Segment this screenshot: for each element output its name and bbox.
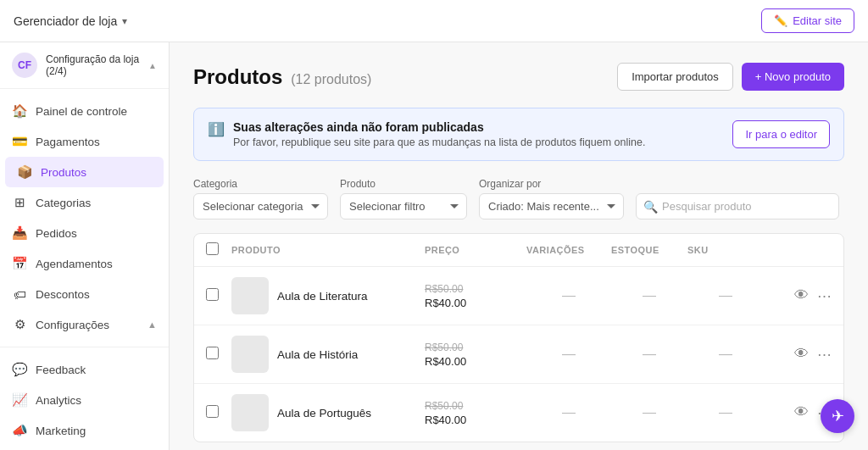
sidebar-item-agendamentos[interactable]: 📅 Agendamentos [0, 248, 169, 279]
import-products-button[interactable]: Importar produtos [617, 63, 733, 91]
col-variacoes: VARIAÇÕES [526, 245, 611, 255]
topbar: Gerenciador de loja ▾ ✏️ Editar site [0, 0, 868, 42]
card-icon: 💳 [12, 134, 27, 149]
col-sku: SKU [687, 245, 764, 255]
product-filter-label: Produto [340, 178, 467, 190]
products-icon: 📦 [17, 164, 32, 180]
table-row: Aula de Literatura R$50.00 R$40.00 — — —… [194, 267, 843, 325]
info-icon: ℹ️ [208, 121, 225, 137]
view-icon-2[interactable]: 👁 [794, 404, 809, 421]
estoque-2: — [611, 405, 687, 420]
table-row: Aula de Português R$50.00 R$40.00 — — — … [194, 384, 843, 442]
product-name-2: Aula de Português [277, 407, 371, 419]
sidebar-bottom: 💬 Feedback 📈 Analytics 📣 Marketing ❓ Aju… [0, 347, 169, 450]
app-layout: CF Configuração da loja (2/4) ▲ 🏠 Painel… [0, 42, 868, 450]
category-filter-label: Categoria [193, 178, 328, 190]
view-icon-1[interactable]: 👁 [794, 346, 809, 363]
main-header: Produtos (12 produtos) Importar produtos… [193, 63, 844, 91]
price-current-0: R$40.00 [425, 297, 526, 309]
row-actions-1: 👁 ⋯ [764, 346, 832, 364]
sidebar-account-label: Configuração da loja (2/4) [46, 53, 140, 77]
products-table: PRODUTO PREÇO VARIAÇÕES ESTOQUE SKU Aula… [193, 233, 844, 442]
sidebar-header[interactable]: CF Configuração da loja (2/4) ▲ [0, 42, 169, 89]
store-chevron-icon: ▾ [122, 15, 127, 27]
price-original-0: R$50.00 [425, 283, 526, 295]
view-icon-0[interactable]: 👁 [794, 287, 809, 304]
product-filter: Produto Selecionar filtro [340, 178, 467, 219]
sidebar-item-produtos[interactable]: 📦 Produtos [5, 157, 164, 187]
product-thumbnail-1 [231, 336, 269, 373]
product-name-1: Aula de História [277, 348, 358, 361]
estoque-1: — [611, 347, 687, 362]
filters-bar: Categoria Selecionar categoria Produto S… [193, 178, 844, 219]
alert-title: Suas alterações ainda não foram publicad… [233, 120, 645, 134]
support-fab[interactable]: ✈ [821, 399, 854, 433]
sidebar: CF Configuração da loja (2/4) ▲ 🏠 Painel… [0, 42, 170, 450]
price-cell-0: R$50.00 R$40.00 [425, 283, 526, 309]
alert-description: Por favor, republique seu site para que … [233, 136, 645, 148]
go-to-editor-button[interactable]: Ir para o editor [732, 120, 830, 148]
price-current-2: R$40.00 [425, 414, 526, 426]
search-input[interactable] [636, 193, 839, 219]
row-checkbox-2[interactable] [206, 405, 219, 418]
search-icon: 🔍 [643, 200, 658, 214]
product-thumbnail-0 [231, 277, 269, 314]
variacoes-2: — [526, 405, 611, 420]
row-checkbox-1[interactable] [206, 347, 219, 359]
sidebar-item-painel[interactable]: 🏠 Painel de controle [0, 96, 169, 126]
orders-icon: 📥 [12, 225, 27, 241]
table-header: PRODUTO PREÇO VARIAÇÕES ESTOQUE SKU [194, 234, 843, 267]
analytics-icon: 📈 [12, 392, 27, 408]
settings-icon: ⚙ [12, 317, 27, 332]
sku-1: — [687, 347, 764, 362]
sidebar-item-marketing[interactable]: 📣 Marketing [0, 415, 169, 446]
feedback-icon: 💬 [12, 362, 27, 377]
sidebar-nav: 🏠 Painel de controle 💳 Pagamentos 📦 Prod… [0, 89, 169, 347]
more-icon-1[interactable]: ⋯ [817, 346, 832, 364]
calendar-icon: 📅 [12, 256, 27, 271]
pencil-icon: ✏️ [774, 14, 787, 27]
sidebar-item-descontos[interactable]: 🏷 Descontos [0, 279, 169, 309]
store-selector[interactable]: Gerenciador de loja ▾ [14, 14, 127, 28]
product-cell-2: Aula de Português [231, 394, 425, 431]
sort-filter-label: Organizar por [479, 178, 624, 190]
sidebar-item-pedidos[interactable]: 📥 Pedidos [0, 218, 169, 248]
category-filter: Categoria Selecionar categoria [193, 178, 328, 219]
category-select[interactable]: Selecionar categoria [193, 193, 328, 219]
edit-site-button[interactable]: ✏️ Editar site [761, 8, 854, 33]
product-cell-1: Aula de História [231, 336, 425, 373]
topbar-actions: ✏️ Editar site [761, 8, 854, 33]
col-preco: PREÇO [425, 245, 526, 255]
price-cell-1: R$50.00 R$40.00 [425, 342, 526, 368]
product-cell-0: Aula de Literatura [231, 277, 425, 314]
price-original-2: R$50.00 [425, 400, 526, 412]
product-select[interactable]: Selecionar filtro [340, 193, 467, 219]
alert-banner: ℹ️ Suas alterações ainda não foram publi… [193, 108, 844, 161]
sku-2: — [687, 405, 764, 420]
table-row: Aula de História R$50.00 R$40.00 — — — 👁… [194, 325, 843, 384]
variacoes-1: — [526, 347, 611, 362]
col-estoque: ESTOQUE [611, 245, 687, 255]
row-actions-0: 👁 ⋯ [764, 287, 832, 305]
more-icon-0[interactable]: ⋯ [817, 287, 832, 305]
product-thumbnail-2 [231, 394, 269, 431]
new-product-button[interactable]: + Novo produto [742, 63, 844, 91]
sidebar-item-feedback[interactable]: 💬 Feedback [0, 354, 169, 385]
store-name: Gerenciador de loja [14, 14, 117, 28]
sidebar-item-pagamentos[interactable]: 💳 Pagamentos [0, 126, 169, 157]
price-cell-2: R$50.00 R$40.00 [425, 400, 526, 426]
estoque-0: — [611, 288, 687, 303]
sidebar-item-ajuda[interactable]: ❓ Ajuda e recursos [0, 446, 169, 450]
sidebar-item-categorias[interactable]: ⊞ Categorias [0, 187, 169, 218]
sidebar-header-chevron-icon: ▲ [148, 61, 157, 70]
sort-select[interactable]: Criado: Mais recente... [479, 193, 624, 219]
row-checkbox-0[interactable] [206, 288, 219, 301]
sidebar-item-analytics[interactable]: 📈 Analytics [0, 385, 169, 415]
select-all-checkbox[interactable] [206, 242, 219, 255]
home-icon: 🏠 [12, 103, 27, 119]
sidebar-item-configuracoes[interactable]: ⚙ Configurações ▲ [0, 309, 169, 340]
settings-arrow-icon: ▲ [147, 319, 157, 330]
discount-icon: 🏷 [12, 286, 27, 302]
avatar: CF [12, 53, 37, 78]
marketing-icon: 📣 [12, 423, 27, 438]
